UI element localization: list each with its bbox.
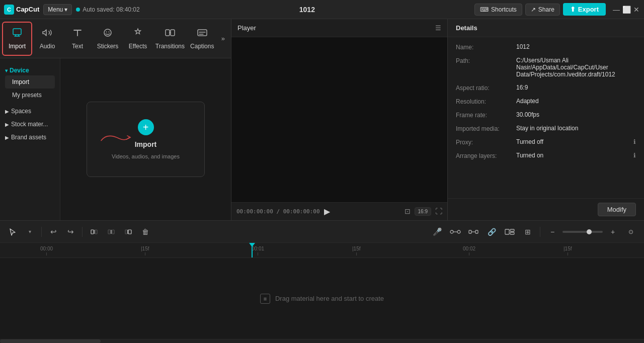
select-tool[interactable] [5,224,20,239]
detail-label-arrange: Arrange layers: [456,152,516,159]
detail-label-resolution: Resolution: [456,98,516,105]
device-label: Device [10,67,29,74]
drop-hint: ≡ Drag material here and start to create [260,294,384,304]
captions-icon [197,27,208,41]
import-button-label: Import [135,140,157,148]
player-footer: 00:00:00:00 / 00:00:00:00 ▶ ⊡ 16:9 ⛶ [231,202,447,220]
timeline-scrollbar-thumb[interactable] [0,339,101,343]
tab-transitions[interactable]: Transitions [153,22,187,56]
tab-captions[interactable]: Captions [187,22,217,56]
close-button[interactable]: ✕ [633,6,640,13]
svg-rect-10 [108,230,110,234]
details-panel: Details Name: 1012 Path: C:/Users/Usman … [448,19,644,220]
fullscreen-icon[interactable]: ⛶ [435,207,442,216]
detail-label-name: Name: [456,43,516,51]
sidebar-item-presets[interactable]: My presets [5,89,55,102]
tab-text-label: Text [72,43,83,50]
ruler-mark-2: 00:02 [463,246,475,255]
tab-captions-label: Captions [190,43,214,50]
zoom-out-btn[interactable]: − [544,224,560,240]
undo-button[interactable]: ↩ [46,224,61,239]
divider-2 [82,227,83,237]
panel-body: ▾ Device Import My presets ▶ Spaces ▶ [0,58,231,220]
ruler-mark-15f: |15f [141,246,149,255]
sidebar-presets-label: My presets [12,92,42,99]
modify-button[interactable]: Modify [598,203,636,216]
svg-rect-0 [13,29,21,35]
spaces-label: Spaces [11,108,31,115]
detail-value-path: C:/Users/Usman Ali Nasir/AppData/Local/C… [516,57,636,78]
tab-stickers[interactable]: Stickers [93,22,123,56]
audio-connect-btn[interactable] [447,224,463,240]
export-label: Export [578,6,599,13]
divider-1 [41,227,42,237]
timeline-area: ▾ ↩ ↪ 🗑 🎤 [0,220,644,343]
player-timecode: 00:00:00:00 / 00:00:00:00 [236,208,320,215]
timeline-scrollbar[interactable] [0,339,644,343]
playhead[interactable] [252,243,253,258]
zoom-fit-btn[interactable]: ⊙ [623,224,639,240]
menu-arrow: ▾ [64,6,67,13]
detail-label-proxy: Proxy: [456,138,516,146]
sidebar-device-header[interactable]: ▾ Device [5,65,55,75]
timeline-right-tools: 🎤 🔗 [429,224,639,240]
detail-value-arrange: Turned on [516,152,631,159]
split-button[interactable] [104,224,119,239]
detail-row-imported-media: Imported media: Stay in original locatio… [456,125,636,132]
zoom-knob[interactable] [587,229,592,234]
player-time-sep: / [276,208,283,215]
zoom-in-btn[interactable]: + [605,224,621,240]
redo-button[interactable]: ↪ [63,224,78,239]
share-button[interactable]: ↗ Share [525,4,560,16]
player-title: Player [237,24,256,32]
split-right-button[interactable] [121,224,136,239]
delete-button[interactable]: 🗑 [138,224,153,239]
text-icon [72,27,83,41]
proxy-info-icon[interactable]: ℹ [633,138,636,145]
add-track-btn[interactable]: ⊞ [520,224,536,240]
timeline-content[interactable]: ≡ Drag material here and start to create [0,258,644,339]
player-menu-icon[interactable]: ☰ [435,24,441,32]
import-drop-zone[interactable]: + Import Videos, audios, and images [87,102,205,177]
menu-button[interactable]: Menu ▾ [43,4,72,15]
clip-connect-btn[interactable] [465,224,481,240]
detail-row-arrange: Arrange layers: Turned on ℹ [456,152,636,159]
arrange-info-icon[interactable]: ℹ [633,152,636,159]
mic-button[interactable]: 🎤 [429,224,445,240]
link-button[interactable]: 🔗 [484,224,500,240]
svg-rect-12 [112,230,114,234]
tab-effects[interactable]: Effects [123,22,153,56]
detail-row-framerate: Frame rate: 30.00fps [456,111,636,119]
stock-label: Stock mater... [11,121,48,128]
zoom-slider[interactable] [562,231,603,233]
layout-btn[interactable] [502,224,518,240]
details-title: Details [456,24,477,32]
ruler-mark-0: 00:00 [40,246,53,255]
tab-import[interactable]: Import [2,22,32,56]
fit-screen-icon[interactable]: ⊡ [405,207,411,216]
detail-row-path: Path: C:/Users/Usman Ali Nasir/AppData/L… [456,57,636,78]
sidebar-stock-section[interactable]: ▶ Stock mater... [0,118,60,131]
svg-point-3 [109,32,110,33]
tab-text[interactable]: Text [62,22,93,56]
sidebar-brand-section[interactable]: ▶ Brand assets [0,131,60,144]
ruler-mark-2-15f: |15f [564,246,572,255]
maximize-button[interactable]: ⬜ [623,6,630,13]
sidebar-spaces-section[interactable]: ▶ Spaces [0,105,60,118]
more-tabs-button[interactable]: » [217,32,229,45]
select-arrow[interactable]: ▾ [22,224,37,239]
sidebar-item-import[interactable]: Import [5,75,55,89]
main-area: Import Audio Text [0,19,644,220]
export-button[interactable]: ⬆ Export [563,3,606,16]
stock-arrow: ▶ [5,122,9,127]
import-icon [12,27,23,41]
shortcuts-button[interactable]: ⌨ Shortcuts [474,4,522,16]
minimize-button[interactable]: — [613,6,620,13]
detail-value-resolution: Adapted [516,98,636,105]
tab-audio[interactable]: Audio [32,22,62,56]
detail-row-name: Name: 1012 [456,43,636,51]
split-left-button[interactable] [87,224,102,239]
share-label: Share [538,6,554,13]
aspect-ratio-btn[interactable]: 16:9 [415,207,431,216]
play-button[interactable]: ▶ [324,207,330,216]
